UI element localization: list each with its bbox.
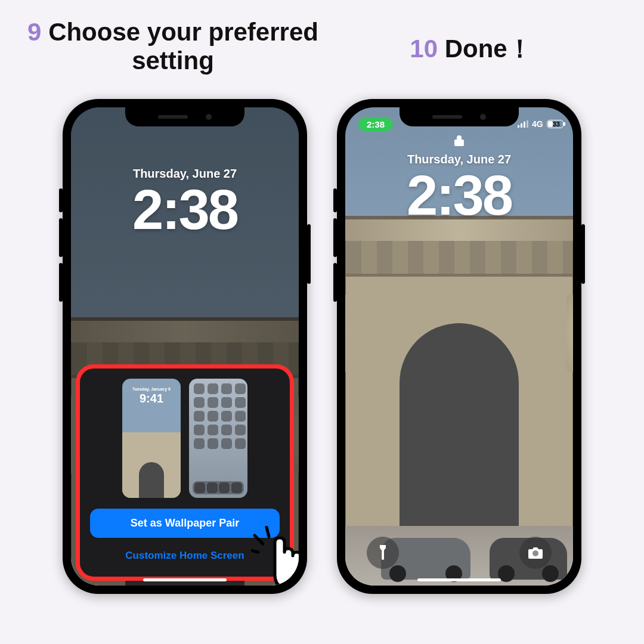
- step-number: 9: [27, 18, 41, 46]
- step-text: Done！: [445, 35, 532, 63]
- set-wallpaper-pair-button[interactable]: Set as Wallpaper Pair: [90, 509, 280, 538]
- power-button: [581, 224, 585, 284]
- lock-icon: [454, 135, 464, 149]
- lockscreen-time: 2:38: [71, 178, 299, 242]
- status-time-pill[interactable]: 2:38: [358, 117, 393, 131]
- notch: [125, 107, 244, 126]
- svg-rect-5: [524, 122, 525, 128]
- home-indicator[interactable]: [417, 578, 501, 581]
- phone-mockups: Thursday, June 27 2:38 Tuesday, January …: [63, 99, 581, 594]
- svg-point-7: [532, 550, 538, 556]
- lockscreen-time: 2:38: [345, 163, 573, 228]
- camera-button[interactable]: [519, 537, 552, 569]
- phone-left: Thursday, June 27 2:38 Tuesday, January …: [63, 99, 307, 594]
- step-number: 10: [410, 35, 438, 63]
- svg-rect-4: [521, 123, 522, 128]
- lockscreen-date: Thursday, June 27: [71, 167, 299, 181]
- lockscreen-preview[interactable]: Tuesday, January 9 9:41: [122, 379, 181, 498]
- homescreen-preview[interactable]: [189, 379, 247, 498]
- volume-down: [59, 263, 63, 302]
- lockscreen-date: Thursday, June 27: [345, 153, 573, 166]
- volume-down: [333, 263, 337, 302]
- signal-icon: [518, 120, 528, 128]
- svg-rect-3: [518, 125, 519, 128]
- svg-rect-6: [527, 120, 528, 128]
- step-9-title: 9 Choose your preferred setting: [24, 18, 322, 75]
- step-headers: 9 Choose your preferred setting 10 Done！: [24, 18, 620, 75]
- power-button: [307, 224, 311, 284]
- silent-switch: [333, 188, 337, 212]
- wallpaper-previews: Tuesday, January 9 9:41: [90, 379, 280, 498]
- screen: Thursday, June 27 2:38 Tuesday, January …: [71, 107, 299, 586]
- camera-icon: [528, 546, 543, 559]
- preview-time: 9:41: [122, 392, 181, 405]
- customize-home-screen-button[interactable]: Customize Home Screen: [90, 545, 280, 566]
- status-bar: 2:38 4G 33: [345, 114, 573, 134]
- status-right: 4G 33: [518, 119, 560, 129]
- lockscreen-quick-actions: [345, 537, 573, 569]
- screen: 2:38 4G 33 Thursday, June 27 2:38: [345, 107, 573, 586]
- phone-right: 2:38 4G 33 Thursday, June 27 2:38: [337, 99, 581, 594]
- step-text: Choose your preferred setting: [48, 18, 318, 75]
- battery-icon: [547, 120, 564, 128]
- wallpaper-options-sheet: Tuesday, January 9 9:41 Set as Wallpaper…: [79, 368, 290, 577]
- wallpaper-monument: [345, 216, 573, 526]
- flashlight-icon: [376, 545, 389, 561]
- flashlight-button[interactable]: [367, 537, 399, 569]
- volume-up: [333, 218, 337, 257]
- silent-switch: [59, 188, 63, 212]
- volume-up: [59, 218, 63, 257]
- home-indicator[interactable]: [143, 578, 227, 581]
- step-10-title: 10 Done！: [322, 18, 620, 75]
- network-label: 4G: [532, 119, 543, 129]
- preview-date: Tuesday, January 9: [122, 387, 181, 391]
